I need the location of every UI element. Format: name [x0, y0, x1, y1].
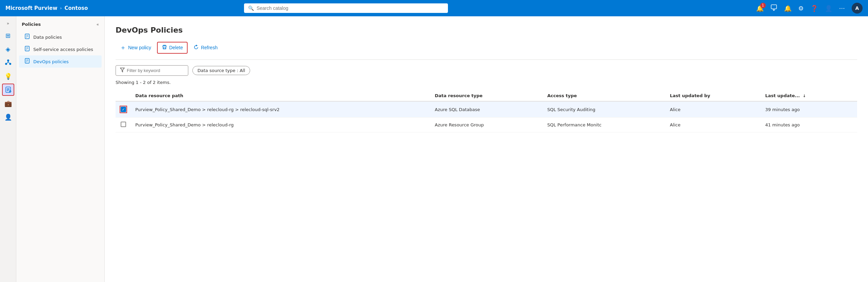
nav-panel-title: Policies [22, 22, 41, 27]
table-header-row: Data resource path Data resource type Ac… [116, 90, 857, 101]
new-policy-button[interactable]: ＋ New policy [116, 41, 156, 54]
sidebar-item-label-devops: DevOps policies [33, 59, 69, 64]
row1-checkbox-cell [116, 101, 131, 118]
sidebar-item-data-policies[interactable]: Data policies [19, 31, 102, 43]
bell-icon[interactable]: 🔔 [784, 5, 792, 12]
svg-marker-11 [120, 68, 124, 72]
delete-button[interactable]: Delete [157, 42, 188, 54]
search-input[interactable] [257, 5, 444, 11]
top-navigation: Microsoft Purview › Contoso 🔍 🔔 1 🔔 ⚙️ ❓… [0, 0, 868, 16]
result-count: Showing 1 - 2 of 2 items. [116, 80, 857, 85]
sidebar-item-label-data-policies: Data policies [33, 35, 62, 40]
notification-icon[interactable]: 🔔 1 [756, 5, 764, 12]
sort-icon: ↓ [803, 94, 806, 98]
feedback-icon[interactable] [770, 4, 777, 12]
svg-point-2 [5, 63, 7, 65]
sidebar-item-devops-policies[interactable]: DevOps policies [19, 55, 102, 68]
row2-updated-at: 41 minutes ago [761, 118, 857, 133]
row1-resource-type: Azure SQL Database [431, 101, 543, 118]
col-updated-by: Last updated by [666, 90, 761, 101]
row1-checkbox-wrapper[interactable] [120, 106, 127, 113]
app-layout: » ⊞ ◈ 💡 💼 👤 Policies « Data policies [0, 16, 868, 282]
sidebar-icon-home[interactable]: ⊞ [2, 29, 14, 41]
profile-icon[interactable]: 👤 [825, 5, 832, 12]
sidebar-icon-map[interactable]: ◈ [2, 43, 14, 55]
nav-panel: Policies « Data policies Self-service ac… [16, 16, 105, 282]
select-all-header [116, 90, 131, 101]
avatar[interactable]: A [852, 3, 863, 14]
table-row: Purview_Policy_Shared_Demo > relecloud-r… [116, 118, 857, 133]
datasource-type-filter[interactable]: Data source type : All [192, 66, 250, 75]
nav-panel-header: Policies « [16, 20, 104, 31]
sidebar-icon-idea[interactable]: 💡 [2, 70, 14, 82]
filter-icon [120, 68, 125, 73]
sidebar-expand-btn[interactable]: » [0, 19, 16, 28]
brand-name: Microsoft Purview [5, 5, 57, 11]
refresh-button[interactable]: Refresh [189, 42, 222, 53]
search-icon: 🔍 [248, 5, 254, 11]
sidebar-item-selfservice[interactable]: Self-service access policies [19, 43, 102, 55]
sidebar-icon-user[interactable]: 👤 [2, 111, 14, 123]
toolbar: ＋ New policy Delete Refresh [116, 41, 857, 60]
sidebar-icon-briefcase[interactable]: 💼 [2, 97, 14, 109]
row1-checkbox[interactable] [121, 107, 126, 112]
row1-path: Purview_Policy_Shared_Demo > relecloud-r… [131, 101, 431, 118]
help-icon[interactable]: ❓ [811, 5, 818, 12]
settings-icon[interactable]: ⚙️ [798, 5, 804, 12]
svg-point-3 [9, 63, 11, 65]
row2-checkbox-cell [116, 118, 131, 133]
new-policy-icon: ＋ [120, 43, 126, 52]
col-path: Data resource path [131, 90, 431, 101]
more-icon[interactable]: ··· [839, 5, 845, 12]
brand: Microsoft Purview › Contoso [5, 5, 88, 11]
col-type: Data resource type [431, 90, 543, 101]
data-policies-icon [24, 34, 30, 40]
row2-updated-by: Alice [666, 118, 761, 133]
page-title: DevOps Policies [116, 26, 857, 34]
filter-input-container[interactable] [116, 65, 188, 76]
delete-icon [162, 45, 167, 51]
row1-updated-by: Alice [666, 101, 761, 118]
brand-separator: › [60, 6, 62, 11]
col-access: Access type [543, 90, 666, 101]
svg-rect-0 [771, 5, 777, 9]
sidebar-item-label-selfservice: Self-service access policies [33, 47, 93, 52]
row2-path: Purview_Policy_Shared_Demo > relecloud-r… [131, 118, 431, 133]
main-content: DevOps Policies ＋ New policy Delete Refr… [105, 16, 868, 282]
tenant-name: Contoso [65, 5, 88, 11]
sidebar-icons: » ⊞ ◈ 💡 💼 👤 [0, 16, 16, 282]
filter-keyword-input[interactable] [127, 68, 184, 73]
row2-resource-type: Azure Resource Group [431, 118, 543, 133]
data-table: Data resource path Data resource type Ac… [116, 90, 857, 133]
devops-policies-icon [24, 58, 30, 65]
sidebar-icon-policies[interactable] [2, 84, 14, 96]
svg-line-4 [7, 61, 8, 63]
selfservice-icon [24, 46, 30, 53]
nav-panel-collapse-btn[interactable]: « [97, 22, 99, 27]
filter-row: Data source type : All [116, 65, 857, 76]
table-row: Purview_Policy_Shared_Demo > relecloud-r… [116, 101, 857, 118]
col-updated-at[interactable]: Last update... ↓ [761, 90, 857, 101]
search-box[interactable]: 🔍 [244, 3, 448, 13]
topnav-icons: 🔔 1 🔔 ⚙️ ❓ 👤 ··· A [756, 3, 863, 14]
search-container: 🔍 [244, 3, 448, 13]
datasource-type-label: Data source type : All [197, 68, 245, 73]
row1-access-type: SQL Security Auditing [543, 101, 666, 118]
svg-line-5 [8, 61, 9, 63]
row2-access-type: SQL Performance Monitc [543, 118, 666, 133]
refresh-icon [193, 45, 199, 51]
row2-checkbox[interactable] [121, 122, 126, 127]
notification-badge: 1 [760, 3, 766, 8]
sidebar-icon-connections[interactable] [2, 56, 14, 69]
svg-point-1 [7, 59, 9, 61]
row1-updated-at: 39 minutes ago [761, 101, 857, 118]
